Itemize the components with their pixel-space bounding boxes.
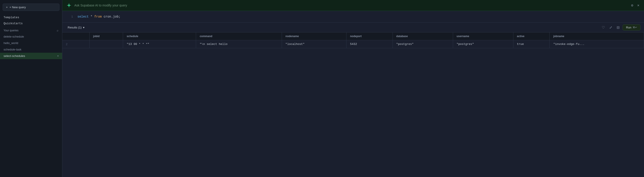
- sidebar-item-select-schedules[interactable]: select-schedules ▾: [0, 53, 62, 59]
- col-header-active[interactable]: active: [513, 32, 550, 40]
- sidebar-item-quickstarts[interactable]: Quickstarts: [0, 20, 62, 26]
- sidebar: + + New query Templates Quickstarts Your…: [0, 0, 62, 177]
- col-header-jobid[interactable]: jobid: [90, 32, 123, 40]
- ai-settings-button[interactable]: ⚙: [630, 3, 634, 8]
- results-chevron-icon: ▾: [83, 26, 84, 29]
- your-queries-label: Your queries: [4, 29, 18, 32]
- col-header-command[interactable]: command: [196, 32, 282, 40]
- sidebar-item-schedule-task[interactable]: schedule-task: [0, 46, 62, 53]
- col-header-jobname[interactable]: jobname: [550, 32, 644, 40]
- settings-icon: ⚙: [631, 4, 634, 7]
- cell-database: "postgres": [392, 40, 453, 48]
- quickstarts-label: Quickstarts: [4, 22, 23, 25]
- results-bar: Results (1) ▾ ♡ ⤢ ⊟ Run ⌘↵: [62, 23, 644, 32]
- table-row: 2 "13 00 * * *" "\n select hello "localh…: [62, 40, 644, 48]
- run-label: Run: [626, 26, 631, 29]
- ai-input-placeholder[interactable]: Ask Supabase AI to modify your query: [74, 3, 628, 7]
- cell-jobid: [90, 40, 123, 48]
- sidebar-item-hello-world[interactable]: hello_world: [0, 40, 62, 46]
- your-queries-section: Your queries ⌕: [0, 26, 62, 33]
- col-header-database[interactable]: database: [392, 32, 453, 40]
- plus-icon: +: [6, 5, 8, 9]
- search-icon: ⌕: [57, 29, 58, 32]
- cell-jobname: "invoke-edge-fu...: [550, 40, 644, 48]
- close-icon: ✕: [637, 4, 640, 7]
- favorite-button[interactable]: ♡: [600, 24, 606, 30]
- expand-button[interactable]: ⤢: [608, 24, 614, 30]
- heart-icon: ♡: [602, 25, 605, 29]
- columns-button[interactable]: ⊟: [615, 24, 621, 30]
- sidebar-item-label: hello_world: [4, 41, 18, 45]
- line-number-1: 1: [66, 15, 73, 18]
- run-shortcut: ⌘↵: [633, 26, 637, 29]
- col-header-schedule[interactable]: schedule: [123, 32, 196, 40]
- run-button[interactable]: Run ⌘↵: [623, 24, 640, 30]
- results-action-buttons: ♡ ⤢ ⊟ Run ⌘↵: [600, 24, 640, 30]
- row-number: 2: [62, 40, 90, 48]
- code-line-1: 1 select * from cron.job;: [62, 14, 644, 19]
- cell-nodename: "localhost": [282, 40, 346, 48]
- sidebar-item-templates[interactable]: Templates: [0, 14, 62, 20]
- results-table-container: jobid schedule command nodename nodeport…: [62, 32, 644, 177]
- col-header-nodename[interactable]: nodename: [282, 32, 346, 40]
- chevron-down-icon: ▾: [58, 55, 58, 57]
- templates-label: Templates: [4, 16, 19, 19]
- table-name: cron.job: [102, 15, 118, 18]
- cell-schedule: "13 00 * * *": [123, 40, 196, 48]
- col-header-nodeport[interactable]: nodeport: [346, 32, 393, 40]
- svg-marker-0: [67, 3, 71, 7]
- ai-close-button[interactable]: ✕: [636, 3, 640, 8]
- new-query-label: + New query: [10, 5, 26, 9]
- operator-star: *: [88, 15, 94, 18]
- ai-bar: Ask Supabase AI to modify your query ⚙ ✕: [62, 0, 644, 11]
- search-queries-button[interactable]: ⌕: [57, 29, 58, 32]
- keyword-select: select: [78, 15, 88, 18]
- sidebar-item-label: delete-schedule: [4, 35, 24, 38]
- ai-logo-icon: [66, 2, 72, 8]
- cell-username: "postgres": [453, 40, 513, 48]
- keyword-from: from: [94, 15, 102, 18]
- col-header-rownum: [62, 32, 90, 40]
- sidebar-item-label: schedule-task: [4, 48, 21, 51]
- main-content: Ask Supabase AI to modify your query ⚙ ✕…: [62, 0, 644, 177]
- results-table: jobid schedule command nodename nodeport…: [62, 32, 644, 48]
- col-header-username[interactable]: username: [453, 32, 513, 40]
- cell-command: "\n select hello: [196, 40, 282, 48]
- columns-icon: ⊟: [617, 25, 620, 29]
- new-query-button[interactable]: + + New query: [3, 3, 60, 11]
- code-content-1: select * from cron.job;: [78, 15, 120, 18]
- results-dropdown-button[interactable]: Results (1) ▾: [66, 25, 86, 30]
- expand-icon: ⤢: [609, 25, 612, 29]
- code-editor[interactable]: 1 select * from cron.job;: [62, 11, 644, 23]
- ai-action-buttons: ⚙ ✕: [630, 3, 640, 8]
- semicolon: ;: [118, 15, 120, 18]
- sidebar-item-delete-schedule[interactable]: delete-schedule: [0, 33, 62, 40]
- cell-active: true: [513, 40, 550, 48]
- sidebar-item-label: select-schedules: [4, 54, 25, 58]
- cell-nodeport: 5432: [346, 40, 393, 48]
- table-header-row: jobid schedule command nodename nodeport…: [62, 32, 644, 40]
- results-label: Results (1): [68, 26, 82, 29]
